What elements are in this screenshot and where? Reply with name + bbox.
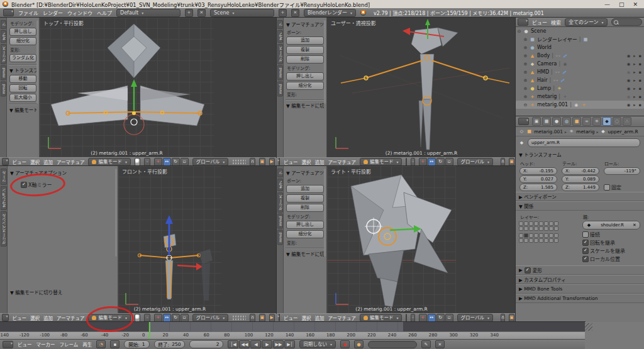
bone-layer-cell[interactable] <box>544 238 548 243</box>
menu-search[interactable]: 検索 <box>551 19 561 26</box>
orientation-select[interactable]: グローバル <box>457 158 493 166</box>
selectable-icon[interactable]: ▸ <box>633 62 635 67</box>
bone-layer-cell[interactable] <box>544 221 548 226</box>
render-opengl-anim-icon[interactable]: ▶ <box>269 158 275 166</box>
bendy-bones-panel[interactable]: ▶ ベンディボーン <box>516 192 644 201</box>
add-bone-button[interactable]: 追加 <box>286 36 324 45</box>
expander-icon[interactable]: ⊕ <box>523 94 528 99</box>
insert-keyframe-icon[interactable]: ✎ <box>421 340 431 348</box>
bone-layer-cell[interactable] <box>519 233 523 238</box>
tab-object-icon[interactable]: ■ <box>572 117 581 126</box>
bone-layer-cell[interactable] <box>534 221 538 226</box>
head-x-field[interactable]: X:-0.195 <box>519 167 557 175</box>
expander-icon[interactable]: ⊕ <box>523 78 528 83</box>
head-y-field[interactable]: Y:0.027 <box>519 175 557 183</box>
delete-keyframe-icon[interactable]: ✕ <box>435 340 445 348</box>
expander-icon[interactable]: ⊕ <box>523 86 528 91</box>
current-frame-field[interactable]: 2 <box>189 340 223 348</box>
bone-layer-cell[interactable] <box>534 238 538 243</box>
bone-layer-cell[interactable] <box>519 226 523 231</box>
scale-button[interactable]: 拡大縮小 <box>9 94 36 102</box>
outliner-row-camera[interactable]: ⊕ ◆ Camera | ◉ ◉▸▪ <box>516 60 644 68</box>
tab-particles-icon[interactable]: ∴ <box>623 117 631 126</box>
manipulator-translate-icon[interactable]: ↔ <box>428 314 436 322</box>
shelf-tab-grease[interactable]: グリース <box>277 192 283 213</box>
orientation-select[interactable]: グローバル <box>457 314 493 322</box>
subdivide-button[interactable]: 細分化 <box>9 37 36 45</box>
render-opengl-icon[interactable]: ▣ <box>259 158 265 166</box>
manipulator-scale-icon[interactable]: ▫ <box>445 158 453 166</box>
minimize-button[interactable]: — <box>604 1 610 8</box>
menu-file[interactable]: ファイル <box>18 9 38 16</box>
menu-window[interactable]: ウィンドウ <box>67 9 92 16</box>
close-button[interactable]: ✕ <box>633 1 638 8</box>
tab-armature-data-icon[interactable]: ✳ <box>592 117 601 126</box>
bone-name-field[interactable]: upper_arm.R <box>528 138 640 147</box>
transform-panel-title[interactable]: ▼ トランスフォーム <box>519 151 643 158</box>
render-opengl-icon[interactable]: ▣ <box>509 158 514 166</box>
snap-magnet-icon[interactable]: ∩ <box>501 314 505 322</box>
outliner-row-hmd[interactable]: ⊕ ▲ HMD | ◦◦ ◉▸▪ <box>516 68 644 76</box>
tab-bone-icon[interactable]: ◆ <box>602 117 611 126</box>
render-opengl-anim-icon[interactable]: ▶ <box>269 314 275 322</box>
extrude-button[interactable]: 押し出し <box>9 28 36 36</box>
manipulator-axis-icon[interactable]: + <box>419 158 427 166</box>
armature-tools-panel-title[interactable]: ▼ アーマチュアツー <box>286 21 324 28</box>
play-button[interactable]: ▶ <box>262 340 272 348</box>
bone-layer-cell[interactable] <box>529 221 533 226</box>
shelf-tab-options[interactable]: オプ <box>277 30 283 43</box>
bone-layer-cell[interactable] <box>539 221 543 226</box>
tail-y-field[interactable]: Y:0.089 <box>562 175 599 183</box>
outliner-row-lamp[interactable]: ⊕ ● Lamp | ✳ ◉▸▪ <box>516 84 644 92</box>
editor-type-button[interactable] <box>518 18 528 26</box>
snap-magnet-icon[interactable]: ∩ <box>250 158 255 166</box>
shelf-tab-mmd2[interactable]: mmd <box>277 82 283 97</box>
bone-layer-cell[interactable] <box>554 226 558 231</box>
bone-layer-cell[interactable] <box>549 238 553 243</box>
manipulator-translate-icon[interactable]: ↔ <box>163 314 171 322</box>
roll-field[interactable]: -119° <box>604 167 640 175</box>
menu-view[interactable]: ビュー <box>13 314 27 321</box>
layer-buttons[interactable] <box>232 159 246 165</box>
shelf-tab-mmd2[interactable]: mmd <box>1 82 6 97</box>
pivot-center-select[interactable]: ◦ <box>144 158 150 166</box>
menu-marker[interactable]: マーカー <box>36 341 55 348</box>
bone-layer-cell[interactable] <box>539 238 543 243</box>
remove-scene-button[interactable]: ✕ <box>291 9 299 17</box>
selectable-icon[interactable]: ▸ <box>633 102 635 108</box>
renderable-icon[interactable]: ▪ <box>639 70 641 75</box>
shelf-tab-grease[interactable]: グリースペンシル <box>1 211 7 247</box>
local-location-checkbox[interactable] <box>582 256 589 262</box>
resize-corner[interactable] <box>585 323 592 331</box>
mode-switch-panel-title[interactable]: ▼ 編集モードに切り替え <box>286 250 324 257</box>
delete-bone-button[interactable]: 削除 <box>286 55 324 64</box>
orientation-select[interactable]: グローバル <box>192 314 228 322</box>
selectable-icon[interactable]: ▸ <box>633 86 635 91</box>
hide-eye-icon[interactable]: ◉ <box>627 70 631 75</box>
transform-panel-title[interactable]: ▼ トランスフォーム <box>9 67 36 74</box>
delete-bone-button[interactable]: 削除 <box>286 204 324 212</box>
hide-eye-icon[interactable]: ◉ <box>627 102 631 108</box>
frame-end-field[interactable]: 終了:250 <box>154 340 186 348</box>
outliner-search-input[interactable] <box>611 18 642 26</box>
manipulator-rotate-icon[interactable]: ↻ <box>436 158 445 166</box>
expander-icon[interactable]: ⊕ <box>523 53 528 58</box>
shelf-tab-mmd[interactable]: mmd <box>277 65 283 80</box>
mode-select[interactable]: 編集モード <box>88 158 131 166</box>
lock-range-icon[interactable]: ▪ <box>110 340 119 348</box>
mode-switch-panel-title[interactable]: ▼ 編集モードに切り替え <box>10 289 62 296</box>
menu-frame[interactable]: フレーム <box>60 341 79 348</box>
menu-armature[interactable]: アーマチュア <box>57 158 84 165</box>
scene-select[interactable]: Scene <box>210 9 274 17</box>
snap-magnet-icon[interactable]: ∩ <box>250 314 255 322</box>
deform-checkbox[interactable] <box>525 267 531 274</box>
menu-add[interactable]: 追加 <box>315 314 325 321</box>
add-bone-button[interactable]: 追加 <box>286 185 324 193</box>
mode-select[interactable]: 編集モード <box>360 314 402 322</box>
shelf-tab-options[interactable]: オプ <box>277 179 283 191</box>
editor-type-button[interactable] <box>2 314 9 321</box>
pin-icon[interactable]: ◇ <box>519 129 525 134</box>
bone-layer-cell[interactable] <box>519 238 523 243</box>
viewport-shading-select[interactable] <box>135 158 140 166</box>
editor-type-button[interactable] <box>3 341 13 348</box>
